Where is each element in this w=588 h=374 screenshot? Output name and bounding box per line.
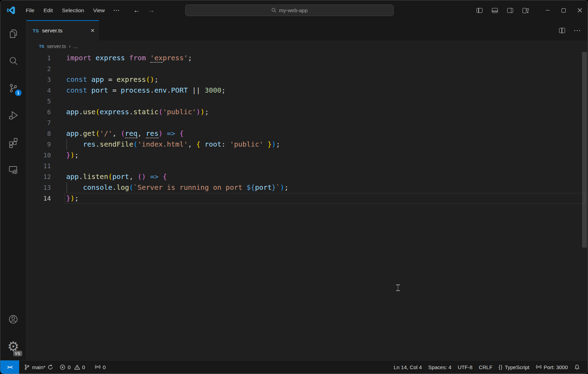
editor-actions: ··· [559,20,581,40]
code-line-content[interactable]: app.listen(port, () => { [66,171,588,182]
vscode-window: File Edit Selection View ··· ← → my-web-… [0,0,588,374]
code-line[interactable]: 10}); [26,150,588,161]
line-number: 4 [26,85,51,96]
code-line-content[interactable]: }); [66,150,588,161]
code-line[interactable]: 3const app = express(); [26,74,588,85]
code-line[interactable]: 9 res.sendFile('index.html', { root: 'pu… [26,139,588,150]
eol-item[interactable]: CRLF [475,360,495,374]
sync-icon [47,364,53,370]
line-number: 5 [26,96,51,107]
activity-bar: 1 [0,20,26,360]
source-control-icon[interactable]: 1 [0,75,26,102]
cursor-position-item[interactable]: Ln 14, Col 4 [390,360,425,374]
minimize-button[interactable] [540,0,556,20]
code-line-content[interactable]: res.sendFile('index.html', { root: 'publ… [66,139,588,150]
language-item[interactable]: {} TypeScript [496,360,533,374]
line-number: 7 [26,117,51,128]
code-line[interactable]: 1import express from 'express'; [26,53,588,63]
forwarded-ports-item[interactable]: 0 [92,360,109,374]
line-number: 6 [26,107,51,117]
encoding-item[interactable]: UTF-8 [455,360,476,374]
code-line[interactable]: 12app.listen(port, () => { [26,171,588,182]
code-line[interactable]: 8app.get('/', (req, res) => { [26,128,588,139]
encoding-label: UTF-8 [458,364,473,370]
menu-item-file[interactable]: File [21,5,39,16]
line-number: 13 [26,182,51,193]
code-line-content[interactable] [66,63,588,74]
code-line[interactable]: 6app.use(express.static('public')); [26,107,588,117]
breadcrumb[interactable]: TS server.ts › ... [26,40,588,52]
more-menus-button[interactable]: ··· [109,5,124,16]
close-button[interactable] [572,0,588,20]
errors-icon [60,364,65,370]
indentation-item[interactable]: Spaces: 4 [425,360,455,374]
split-editor-icon[interactable] [559,28,565,33]
editor-more-actions-icon[interactable]: ··· [574,28,581,33]
account-icon[interactable] [0,306,26,333]
breadcrumb-file[interactable]: server.ts [47,44,66,49]
problems-item[interactable]: 0 0 [56,360,88,374]
status-left: >< main* 0 0 [0,360,109,374]
menu-item-selection[interactable]: Selection [57,5,89,16]
braces-icon: {} [499,364,503,370]
warnings-icon [74,364,80,370]
line-number: 11 [26,161,51,171]
notifications-bell[interactable] [571,360,585,374]
code-line[interactable]: 14}); [26,193,588,204]
code-line[interactable]: 5 [26,96,588,107]
code-line[interactable]: 4const port = process.env.PORT || 3000; [26,85,588,96]
customize-layout-icon[interactable] [523,8,529,13]
breadcrumb-chevron-icon: › [69,43,71,49]
remote-indicator[interactable]: >< [0,360,19,374]
settings-gear-icon[interactable]: ⚙ VS [0,333,26,360]
code-line[interactable]: 13 console.log(`Server is running on por… [26,182,588,193]
close-icon [578,8,582,13]
line-number: 14 [26,193,51,204]
code-line-content[interactable]: }); [66,193,588,204]
run-debug-icon[interactable] [0,102,26,129]
code-line-content[interactable] [66,117,588,128]
tab-close-icon[interactable]: ✕ [90,28,95,34]
code-line-content[interactable]: app.get('/', (req, res) => { [66,128,588,139]
source-control-badge: 1 [15,89,22,96]
back-button[interactable]: ← [133,6,140,14]
code-editor[interactable]: 1import express from 'express';23const a… [26,52,588,360]
code-line-content[interactable]: const port = process.env.PORT || 3000; [66,85,588,96]
breadcrumb-symbol[interactable]: ... [74,44,78,49]
port-item[interactable]: Port: 3000 [533,360,571,374]
remote-explorer-icon[interactable] [0,156,26,183]
search-view-icon[interactable] [0,47,26,75]
editor-scrollbar[interactable] [582,52,587,248]
explorer-icon[interactable] [0,20,26,47]
tab-server-ts[interactable]: TS server.ts ✕ [26,20,99,40]
code-line[interactable]: 11 [26,161,588,171]
code-line-content[interactable] [66,96,588,107]
breadcrumb-ts-icon: TS [39,44,44,48]
maximize-button[interactable] [556,0,572,20]
mouse-ibeam-cursor [396,284,400,291]
command-center-search[interactable]: my-web-app [185,5,394,16]
toggle-secondary-sidebar-icon[interactable] [507,8,513,13]
editor-group: TS server.ts ✕ ··· TS server.ts › ... 1i… [26,20,588,360]
code-line-content[interactable]: app.use(express.static('public')); [66,107,588,117]
code-line[interactable]: 7 [26,117,588,128]
vscode-logo-icon [6,6,16,15]
branch-item[interactable]: main* [19,360,56,374]
line-number: 9 [26,139,51,150]
code-line-content[interactable]: import express from 'express'; [66,53,588,63]
forward-button[interactable]: → [148,6,155,14]
toggle-panel-icon[interactable] [492,8,498,13]
menu-item-view[interactable]: View [88,5,109,16]
vs-cursor-badge: VS [13,351,22,356]
extensions-icon[interactable] [0,129,26,156]
code-line[interactable]: 2 [26,63,588,74]
errors-count: 0 [68,364,70,370]
branch-label: main* [32,364,45,370]
code-line-content[interactable] [66,161,588,171]
line-number: 1 [26,53,51,63]
code-line-content[interactable]: console.log(`Server is running on port $… [66,182,588,193]
line-number: 2 [26,63,51,74]
code-line-content[interactable]: const app = express(); [66,74,588,85]
menu-item-edit[interactable]: Edit [39,5,57,16]
toggle-primary-sidebar-icon[interactable] [477,8,482,13]
